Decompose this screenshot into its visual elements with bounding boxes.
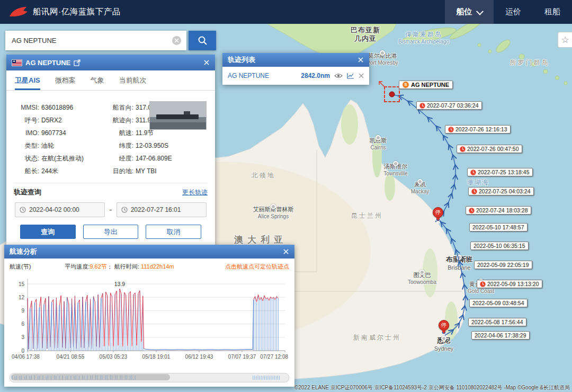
clock-icon [121,207,128,213]
track-waypoint-label[interactable]: 2022-04-06 17:38:29 [471,331,530,340]
current-ship-position[interactable] [389,92,395,97]
track-waypoint-label[interactable]: 2022-05-09 13:13:20 [477,280,542,288]
svg-text:6: 6 [21,321,24,327]
stop-marker[interactable]: 停 [433,207,443,221]
field-label: 航速: [108,129,133,138]
favorite-button[interactable]: ☆ [558,32,572,48]
track-waypoint-label[interactable]: 2022-05-10 06:35:15 [470,242,529,250]
speed-summary: 平均速度:9.62节； 航行时间: 111d22h14m [65,263,174,271]
speed-chart-icon[interactable] [347,73,354,79]
field-value: 12-03.950S [136,142,168,149]
info-row: 纬度:12-03.950S [108,139,208,152]
track-list-header: 轨迹列表 [222,53,369,67]
ship-info-panel: AG NEPTUNE 卫星AIS微档案气象当前航次 MMSI:636018896… [6,55,215,246]
speed-chart-hint: 点击航速点可定位轨迹点 [225,263,289,271]
brand-title: 船讯网·亿海蓝旗下产品 [33,6,121,17]
tab-气象[interactable]: 气象 [91,70,104,90]
search-input[interactable] [5,31,186,50]
field-label: 船长: [14,167,39,176]
end-date-input[interactable]: 2022-07-27 16:01 [117,202,207,217]
field-label: 目的地: [108,167,133,176]
track-waypoint-label[interactable]: 2022-07-24 18:03:28 [466,206,531,215]
field-label: 呼号: [14,116,39,125]
query-button[interactable]: 查询 [20,225,76,239]
ship-panel-header: AG NEPTUNE [6,55,215,70]
field-value: 在航(主机推动) [41,154,84,163]
clear-search-icon[interactable] [172,36,181,45]
track-ship-name[interactable]: AG NEPTUNE [228,72,269,79]
report-time-icon [460,146,466,152]
stop-marker-tail [442,331,446,334]
track-waypoint-label[interactable]: 2022-07-25 04:03:24 [468,187,534,195]
longer-track-link[interactable]: 更长轨迹 [182,188,208,197]
cancel-button[interactable]: 取消 [146,225,201,239]
svg-text:9: 9 [21,308,24,314]
export-button[interactable]: 导出 [83,225,139,239]
tab-当前航次[interactable]: 当前航次 [119,70,147,90]
field-label: IMO: [14,129,39,137]
track-waypoint-label[interactable]: 2022-05-09 03:48:54 [469,299,528,307]
track-waypoint-label[interactable]: 2022-05-09 22:05:19 [474,261,532,269]
info-row: 呼号:D5RX2 [14,114,108,127]
topbar: 船讯网·亿海蓝旗下产品 船位运价租船 [0,0,572,24]
search-input-wrap [5,31,186,50]
speed-panel-title: 航速分析 [10,247,37,256]
close-icon[interactable] [358,57,364,63]
shipxy-logo-icon [8,5,29,19]
nav-item-租船[interactable]: 租船 [533,0,572,24]
waypoint-timestamp: 2022-05-10 17:48:57 [472,224,524,230]
visibility-eye-icon[interactable] [334,73,343,79]
track-waypoint-label[interactable]: 2022-05-08 17:56:44 [468,318,526,326]
field-label: 经度: [108,154,133,163]
stop-marker-label: 停 [439,320,449,331]
chart-scrollbar[interactable] [10,373,289,382]
tab-卫星AIS[interactable]: 卫星AIS [15,70,40,90]
info-row: 船长:244米 [14,165,108,177]
nav-item-label: 运价 [505,7,521,17]
start-date-input[interactable]: 2022-04-02 00:00 [15,202,105,217]
track-list-panel: 轨迹列表 AG NEPTUNE 2842.0nm [222,53,369,85]
tab-微档案[interactable]: 微档案 [55,70,76,90]
field-value: D5RX2 [41,117,62,124]
track-waypoint-label[interactable]: 2022-07-25 13:18:45 [467,168,533,176]
remove-track-icon[interactable] [359,73,364,78]
field-value: 636018896 [41,104,73,111]
nav-item-船位[interactable]: 船位 [445,0,494,24]
field-label: 类型: [14,141,39,150]
waypoint-timestamp: 2022-05-09 03:48:54 [472,300,524,306]
info-row: MMSI:636018896 [14,101,108,114]
close-icon[interactable] [283,248,289,255]
track-waypoint-label[interactable]: 2022-07-26 00:47:50 [457,145,522,153]
svg-text:12: 12 [19,295,25,300]
track-waypoint-label[interactable]: 2022-05-10 17:48:57 [469,223,528,231]
info-row: 类型:油轮 [14,139,108,152]
svg-text:04/06 17:38: 04/06 17:38 [12,354,40,360]
speed-panel-body: 航速(节) 平均速度:9.62节； 航行时间: 111d22h14m 点击航速点… [4,259,294,387]
waypoint-timestamp: 2022-07-24 18:03:28 [476,207,528,213]
stop-marker[interactable]: 停 [439,320,449,334]
track-waypoint-label[interactable]: 2022-07-27 03:36:24 [416,101,482,110]
start-date-value: 2022-04-02 00:00 [29,206,79,213]
waypoint-timestamp: 2022-05-09 22:05:19 [477,262,529,268]
star-icon: ☆ [561,34,569,46]
chart-scrollbar-thumb[interactable] [11,374,170,380]
svg-text:07/27 12:08: 07/27 12:08 [260,354,288,360]
search-button[interactable] [189,31,216,50]
svg-text:13.9: 13.9 [114,281,126,287]
nav-item-运价[interactable]: 运价 [494,0,533,24]
open-profile-icon[interactable] [74,59,81,66]
track-waypoint-label[interactable]: 2022-07-26 12:16:13 [445,125,511,133]
close-icon[interactable] [203,59,210,66]
field-value: 油轮 [41,141,54,150]
info-row: 状态:在航(主机推动) [14,152,108,165]
report-time-icon [469,208,475,213]
speed-chart[interactable]: 0369121504/06 17:3804/21 08:5505/03 05:2… [10,271,289,368]
report-time-icon [470,170,476,175]
sail-time-value: 111d22h14m [141,263,174,270]
ship-status-icon: S [403,82,409,88]
track-list-title: 轨迹列表 [228,55,255,65]
field-value: 244米 [41,167,58,176]
current-ship-label[interactable]: SAG NEPTUNE [399,81,453,89]
waypoint-timestamp: 2022-05-08 17:56:44 [471,319,523,325]
liberia-flag-icon [12,59,22,66]
